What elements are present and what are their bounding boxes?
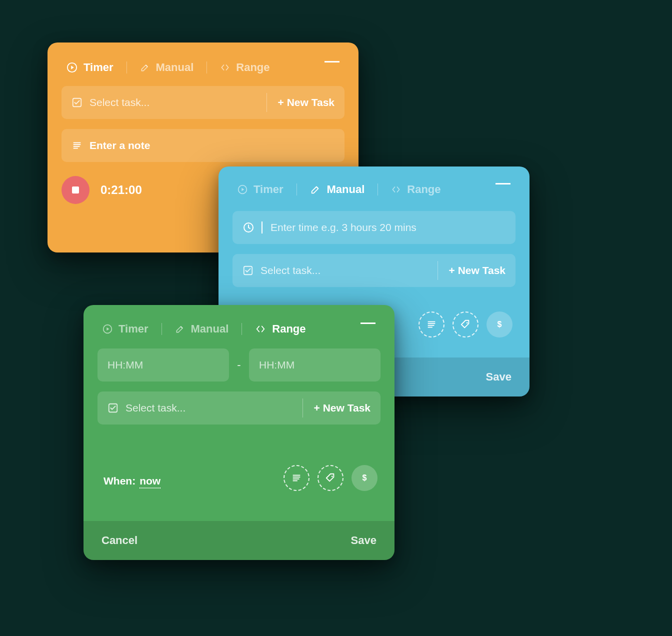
dollar-icon: [358, 472, 370, 484]
tab-separator: [296, 184, 297, 196]
range-icon: [255, 324, 266, 334]
play-circle-icon: [66, 62, 78, 73]
tab-range[interactable]: Range: [255, 322, 306, 336]
clock-icon: [242, 222, 254, 234]
minimize-button[interactable]: —: [496, 180, 510, 198]
tab-range[interactable]: Range: [220, 61, 270, 74]
select-task-placeholder: Select task...: [126, 402, 186, 414]
tab-separator: [162, 323, 162, 335]
task-check-icon: [108, 402, 118, 414]
tab-label: Manual: [156, 61, 194, 74]
end-placeholder: HH:MM: [259, 359, 294, 371]
tab-bar: Timer Manual Range —: [48, 42, 358, 76]
tab-bar: Timer Manual Range —: [84, 305, 394, 338]
new-task-button[interactable]: + New Task: [266, 93, 334, 112]
when-row[interactable]: When: now: [104, 475, 160, 487]
billable-action[interactable]: [486, 312, 512, 338]
tab-label: Timer: [254, 183, 284, 196]
note-lines-icon: [72, 140, 82, 151]
actions-row: [418, 312, 512, 338]
list-icon: [291, 472, 302, 484]
stop-button[interactable]: [62, 176, 90, 204]
select-task-field[interactable]: Select task... + New Task: [232, 254, 516, 287]
tab-manual[interactable]: Manual: [310, 183, 365, 196]
billable-action[interactable]: [352, 465, 378, 491]
tab-label: Manual: [327, 183, 365, 196]
tab-label: Range: [272, 322, 306, 336]
tab-timer[interactable]: Timer: [102, 322, 148, 336]
tag-action[interactable]: [318, 465, 344, 491]
tab-separator: [242, 323, 242, 335]
start-time-input[interactable]: HH:MM: [98, 348, 229, 382]
task-check-icon: [242, 265, 254, 276]
select-task-field[interactable]: Select task... + New Task: [62, 86, 344, 119]
tab-timer[interactable]: Timer: [238, 183, 284, 196]
tab-bar: Timer Manual Range —: [218, 166, 530, 198]
tag-icon: [460, 319, 471, 330]
time-placeholder: Enter time e.g. 3 hours 20 mins: [270, 222, 416, 234]
tab-label: Range: [236, 61, 270, 74]
tab-range[interactable]: Range: [391, 183, 440, 196]
dollar-icon: [494, 318, 506, 330]
tab-separator: [206, 62, 207, 74]
tab-label: Timer: [84, 61, 114, 74]
play-circle-icon: [102, 324, 112, 334]
note-action[interactable]: [284, 465, 310, 491]
tab-timer[interactable]: Timer: [66, 61, 114, 74]
tag-action[interactable]: [452, 312, 478, 338]
tab-manual[interactable]: Manual: [175, 322, 229, 336]
tab-label: Range: [407, 183, 440, 196]
edit-icon: [175, 324, 185, 334]
edit-icon: [140, 62, 150, 72]
tab-separator: [126, 62, 127, 74]
when-label: When:: [104, 475, 136, 487]
when-value[interactable]: now: [140, 475, 160, 487]
time-range-row: HH:MM - HH:MM: [98, 348, 380, 382]
cancel-button[interactable]: Cancel: [102, 534, 138, 547]
minimize-button[interactable]: —: [324, 58, 340, 76]
card-footer: Cancel Save: [84, 521, 394, 560]
list-icon: [426, 319, 437, 330]
select-task-field[interactable]: Select task... + New Task: [98, 392, 380, 424]
select-task-placeholder: Select task...: [90, 96, 150, 108]
task-check-icon: [72, 97, 82, 108]
start-placeholder: HH:MM: [108, 359, 143, 371]
note-field[interactable]: Enter a note: [62, 129, 344, 162]
range-icon: [220, 62, 230, 72]
range-separator: -: [229, 358, 249, 372]
tab-label: Manual: [191, 322, 229, 336]
play-circle-icon: [238, 184, 248, 194]
note-action[interactable]: [418, 312, 444, 338]
edit-icon: [310, 184, 321, 195]
range-card: Timer Manual Range — HH:MM - HH:MM: [84, 305, 394, 560]
tab-manual[interactable]: Manual: [140, 61, 194, 74]
tab-separator: [378, 184, 378, 196]
actions-row: [284, 465, 378, 491]
tag-icon: [325, 472, 336, 484]
time-input-field[interactable]: Enter time e.g. 3 hours 20 mins: [232, 211, 516, 244]
tab-label: Timer: [118, 322, 148, 336]
elapsed-time: 0:21:00: [100, 183, 142, 197]
new-task-button[interactable]: + New Task: [438, 261, 506, 280]
minimize-button[interactable]: —: [360, 320, 376, 338]
new-task-button[interactable]: + New Task: [302, 398, 370, 418]
save-button[interactable]: Save: [351, 534, 376, 547]
stop-icon: [72, 186, 79, 194]
end-time-input[interactable]: HH:MM: [249, 348, 380, 382]
save-button[interactable]: Save: [486, 370, 512, 384]
range-icon: [391, 184, 401, 194]
note-placeholder: Enter a note: [90, 140, 150, 152]
select-task-placeholder: Select task...: [260, 264, 320, 276]
text-cursor: [262, 222, 262, 234]
